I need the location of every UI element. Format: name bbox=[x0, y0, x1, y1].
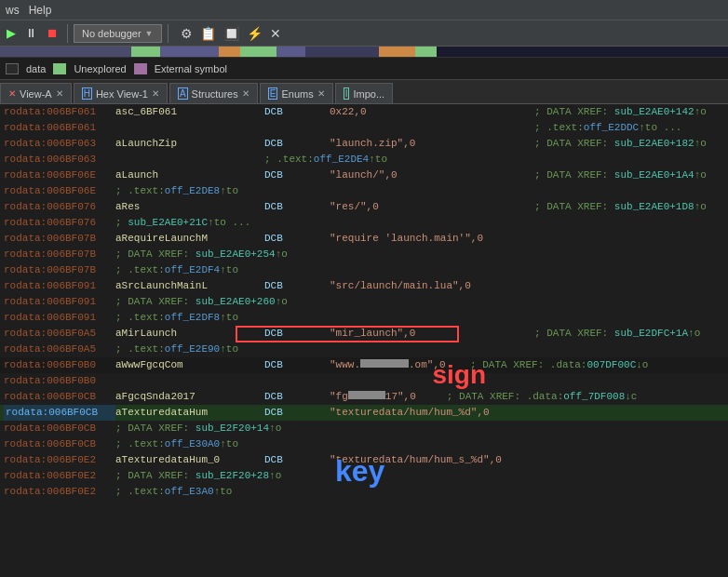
tab-view-a-close[interactable]: ✕ bbox=[56, 88, 63, 99]
addr-2b: rodata:006BF063 bbox=[4, 152, 115, 168]
comment-1b: ; .text:off_E2DDC↑to ... bbox=[534, 120, 681, 136]
label-9: aFgcqSnda2017 bbox=[115, 389, 264, 405]
operand-8-post: .om",0 bbox=[409, 357, 470, 373]
comment-7: ; DATA XREF: sub_E2DFC+1A↑o bbox=[534, 326, 700, 342]
seg-data6 bbox=[305, 47, 378, 57]
operand-9-pre: "fg bbox=[330, 389, 348, 405]
code-line-5c: rodata:006BF07B ; .text:off_E2DF4↑to bbox=[0, 262, 728, 278]
label-4: aRes bbox=[115, 199, 264, 215]
instr-2: DCB bbox=[264, 136, 330, 152]
tab-impo-icon: I bbox=[344, 87, 350, 100]
code-area[interactable]: rodata:006BF061 asc_6BF061 DCB 0x22,0 ; … bbox=[0, 104, 728, 577]
addr-11: rodata:006BF0E2 bbox=[4, 452, 115, 468]
icon-btn-2[interactable]: 📋 bbox=[197, 24, 219, 43]
instr-4: DCB bbox=[264, 199, 330, 215]
addr-10b: rodata:006BF0CB bbox=[4, 421, 115, 436]
code-line-1b: rodata:006BF061 ; .text:off_E2DDC↑to ... bbox=[0, 120, 728, 136]
stop-button[interactable]: ⏹ bbox=[44, 24, 61, 42]
code-line-6b: rodata:006BF091 ; DATA XREF: sub_E2AE0+2… bbox=[0, 294, 728, 310]
tab-struct-close[interactable]: ✕ bbox=[242, 88, 249, 99]
tab-enums-close[interactable]: ✕ bbox=[317, 88, 325, 99]
instr-11: DCB bbox=[264, 452, 330, 468]
comment-5b: ; DATA XREF: sub_E2AE0+254↑o bbox=[115, 247, 288, 262]
pause-button[interactable]: ⏸ bbox=[22, 24, 40, 42]
redacted-content-9 bbox=[348, 391, 385, 399]
addr-10: rodata:006BF0CB bbox=[4, 405, 115, 421]
menu-help[interactable]: Help bbox=[29, 4, 52, 17]
addr-10c: rodata:006BF0CB bbox=[4, 436, 115, 452]
addr-5: rodata:006BF07B bbox=[4, 231, 115, 247]
comment-4b: ; sub_E2AE0+21C↑to ... bbox=[115, 215, 250, 231]
code-line-6: rodata:006BF091 aSrcLaunchMainL DCB "src… bbox=[0, 278, 728, 294]
operand-9-post: 17",0 bbox=[385, 389, 447, 405]
addr-7b: rodata:006BF0A5 bbox=[4, 342, 115, 357]
comment-10c: ; .text:off_E30A0↑to bbox=[115, 436, 238, 452]
tab-hex-view[interactable]: H Hex View-1 ✕ bbox=[74, 83, 168, 103]
operand-5: "require 'launch.main'",0 bbox=[330, 231, 534, 247]
label-2b bbox=[115, 152, 264, 168]
comment-6c: ; .text:off_E2DF8↑to bbox=[115, 310, 238, 326]
tab-view-a-icon: ✕ bbox=[8, 88, 16, 99]
legend-data-label: data bbox=[26, 63, 46, 74]
code-line-10b: rodata:006BF0CB ; DATA XREF: sub_E2F20+1… bbox=[0, 421, 728, 436]
comment-10b: ; DATA XREF: sub_E2F20+14↑o bbox=[115, 421, 281, 436]
tab-structures[interactable]: A Structures ✕ bbox=[169, 83, 258, 103]
instr-5: DCB bbox=[264, 231, 330, 247]
seg-unexplored bbox=[131, 47, 160, 57]
code-line-3: rodata:006BF06E aLaunch DCB "launch/",0 … bbox=[0, 168, 728, 183]
seg-empty bbox=[437, 47, 728, 57]
operand-8-pre: "www. bbox=[330, 357, 360, 373]
comment-6b: ; DATA XREF: sub_E2AE0+260↑o bbox=[115, 294, 288, 310]
operand-2: "launch.zip",0 bbox=[330, 136, 534, 152]
addr-1: rodata:006BF061 bbox=[4, 104, 115, 120]
label-2: aLaunchZip bbox=[115, 136, 264, 152]
operand-6: "src/launch/main.lua",0 bbox=[330, 278, 534, 294]
seg-data8 bbox=[415, 47, 437, 57]
addr-8: rodata:006BF0B0 bbox=[4, 357, 115, 373]
tabs-row: ✕ View-A ✕ H Hex View-1 ✕ A Structures ✕… bbox=[0, 80, 728, 104]
redacted-content-8 bbox=[360, 359, 409, 368]
run-button[interactable]: ▶ bbox=[4, 24, 19, 42]
tab-enums[interactable]: E Enums ✕ bbox=[260, 83, 333, 103]
code-line-8: rodata:006BF0B0 aWwwFgcqCom DCB "www..om… bbox=[0, 357, 728, 373]
comment-3: ; DATA XREF: sub_E2AE0+1A4↑o bbox=[534, 168, 707, 183]
code-line-9: rodata:006BF0CB aFgcqSnda2017 DCB "fg17"… bbox=[0, 389, 728, 405]
instr-8: DCB bbox=[264, 357, 330, 373]
addr-1b: rodata:006BF061 bbox=[4, 120, 115, 136]
comment-8: ; DATA XREF: .data:007DF00C↓o bbox=[470, 357, 648, 373]
tab-enums-icon: E bbox=[268, 87, 278, 100]
addr-11c: rodata:006BF0E2 bbox=[4, 484, 115, 500]
instr-10: DCB bbox=[264, 405, 330, 421]
tab-hex-label: Hex View-1 bbox=[96, 88, 148, 100]
icon-btn-4[interactable]: ⚡ bbox=[244, 24, 265, 43]
code-line-11b: rodata:006BF0E2 ; DATA XREF: sub_E2F20+2… bbox=[0, 468, 728, 484]
label-11: aTexturedataHum_0 bbox=[115, 452, 264, 468]
tab-hex-icon: H bbox=[82, 87, 92, 100]
label-6: aSrcLaunchMainL bbox=[115, 278, 264, 294]
operand-10: "texturedata/hum/hum_%d",0 bbox=[330, 405, 534, 421]
debugger-selector[interactable]: No debugger ▼ bbox=[74, 24, 162, 43]
tab-hex-close[interactable]: ✕ bbox=[152, 88, 159, 99]
legend-bar: data Unexplored External symbol bbox=[0, 58, 728, 80]
comment-11c: ; .text:off_E3A0↑to bbox=[115, 484, 232, 500]
seg-data4 bbox=[240, 47, 276, 57]
icon-btn-1[interactable]: ⚙ bbox=[178, 24, 195, 43]
comment-4: ; DATA XREF: sub_E2AE0+1D8↑o bbox=[534, 199, 707, 215]
comment-1: ; DATA XREF: sub_E2AE0+142↑o bbox=[534, 104, 707, 120]
addr-5b: rodata:006BF07B bbox=[4, 247, 115, 262]
instr-9: DCB bbox=[264, 389, 330, 405]
tab-impo[interactable]: I Impo... bbox=[335, 83, 393, 103]
tab-struct-icon: A bbox=[178, 87, 188, 100]
code-line-11c: rodata:006BF0E2 ; .text:off_E3A0↑to bbox=[0, 484, 728, 500]
addr-4b: rodata:006BF076 bbox=[4, 215, 115, 231]
label-3: aLaunch bbox=[115, 168, 264, 183]
legend-external-label: External symbol bbox=[155, 63, 227, 74]
addr-2: rodata:006BF063 bbox=[4, 136, 115, 152]
comment-3b: ; .text:off_E2DE8↑to bbox=[115, 183, 238, 199]
icon-btn-3[interactable]: 🔲 bbox=[221, 24, 242, 43]
icon-btn-5[interactable]: ✕ bbox=[267, 24, 284, 43]
tab-view-a[interactable]: ✕ View-A ✕ bbox=[0, 83, 72, 103]
tab-enums-label: Enums bbox=[281, 88, 313, 100]
seg-rodata bbox=[0, 47, 131, 57]
menu-ws[interactable]: ws bbox=[6, 4, 20, 17]
